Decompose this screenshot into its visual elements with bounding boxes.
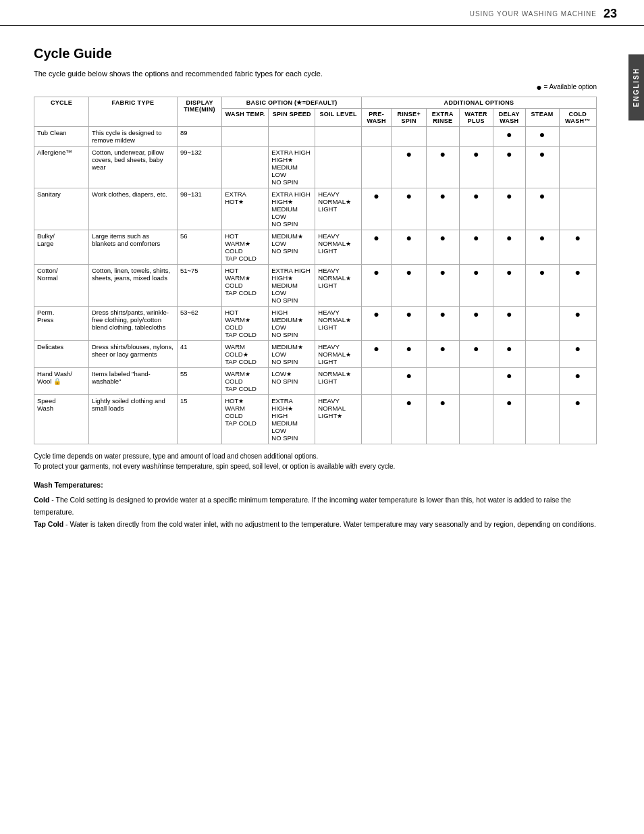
table-cell: Cotton, underwear, pillow covers, bed sh…	[88, 147, 177, 188]
bullet-cell: ●	[427, 341, 459, 368]
bullet-cell: ●	[459, 265, 493, 307]
bullet-cell	[525, 368, 559, 395]
bullet-cell: ●	[427, 265, 459, 307]
col-header-rinsespin: RINSE+ SPIN	[392, 109, 427, 127]
bullet-cell: ●	[459, 147, 493, 188]
bullet-cell	[459, 127, 493, 147]
bullet-cell	[361, 147, 391, 188]
table-cell: MEDIUM★LOWNO SPIN	[269, 341, 315, 368]
col-header-coldwash: COLD WASH™	[559, 109, 596, 127]
table-row: Cotton/NormalCotton, linen, towels, shir…	[34, 265, 597, 307]
table-cell: Bulky/Large	[34, 230, 89, 265]
page-number: 23	[603, 7, 617, 21]
table-cell: NORMAL★LIGHT	[315, 368, 362, 395]
tap-cold-description: Tap Cold - Water is taken directly from …	[34, 519, 597, 531]
bullet-cell: ●	[559, 230, 596, 265]
col-header-wash: WASH TEMP.	[222, 109, 269, 127]
table-cell: HEAVYNORMAL★LIGHT	[315, 341, 362, 368]
wash-temps-title: Wash Temperatures:	[34, 479, 597, 492]
bullet-cell: ●	[392, 188, 427, 230]
table-cell: Dress shirts/blouses, nylons, sheer or l…	[88, 341, 177, 368]
bullet-cell: ●	[427, 147, 459, 188]
bullet-cell: ●	[459, 341, 493, 368]
bullet-cell: ●	[559, 341, 596, 368]
cycle-table: CYCLE FABRIC TYPE DISPLAY TIME(MIN) BASI…	[34, 97, 597, 444]
table-cell: EXTRA HIGH★HIGHMEDIUMLOWNO SPIN	[269, 395, 315, 444]
bullet-cell: ●	[493, 127, 525, 147]
table-cell: HOTWARM★COLDTAP COLD	[222, 265, 269, 307]
bullet-cell: ●	[427, 395, 459, 444]
footer-note1: Cycle time depends on water pressure, ty…	[34, 451, 597, 461]
tap-cold-desc: - Water is taken directly from the cold …	[63, 520, 596, 528]
col-header-steam: STEAM	[525, 109, 559, 127]
table-cell: HOT★WARMCOLDTAP COLD	[222, 395, 269, 444]
tap-cold-term: Tap Cold	[34, 520, 63, 528]
main-content: Cycle Guide The cycle guide below shows …	[0, 26, 644, 550]
table-cell: HOTWARM★COLDTAP COLD	[222, 307, 269, 341]
footer-note2: To protect your garments, not every wash…	[34, 461, 597, 471]
col-header-soil: SOIL LEVEL	[315, 109, 362, 127]
sidebar-english: ENGLISH	[628, 54, 644, 120]
bullet-cell	[525, 307, 559, 341]
table-cell: WARM★COLDTAP COLD	[222, 368, 269, 395]
cold-description: Cold - The Cold setting is designed to p…	[34, 494, 597, 519]
page-title: Cycle Guide	[34, 46, 597, 61]
table-cell	[222, 147, 269, 188]
table-cell: HEAVYNORMAL★LIGHT	[315, 265, 362, 307]
bullet-cell: ●	[493, 368, 525, 395]
table-cell: Cotton/Normal	[34, 265, 89, 307]
legend-text: = Available option	[544, 83, 597, 90]
bullet-cell: ●	[392, 395, 427, 444]
intro-text: The cycle guide below shows the options …	[34, 70, 597, 78]
table-cell: Work clothes, diapers, etc.	[88, 188, 177, 230]
table-cell: EXTRA HIGHHIGH★MEDIUMLOWNO SPIN	[269, 147, 315, 188]
table-cell: Sanitary	[34, 188, 89, 230]
bullet-cell: ●	[493, 147, 525, 188]
legend: ● = Available option	[34, 82, 597, 93]
table-cell: SpeedWash	[34, 395, 89, 444]
col-header-cycle: CYCLE	[34, 97, 89, 127]
bullet-cell: ●	[361, 230, 391, 265]
display-time-cell: 99~132	[177, 147, 221, 188]
bullet-cell: ●	[525, 265, 559, 307]
table-cell: HOTWARM★COLDTAP COLD	[222, 230, 269, 265]
bullet-cell	[559, 188, 596, 230]
bullet-cell: ●	[525, 147, 559, 188]
bullet-cell: ●	[459, 230, 493, 265]
table-cell: EXTRA HIGHHIGH★MEDIUMLOWNO SPIN	[269, 188, 315, 230]
table-cell	[315, 147, 362, 188]
table-cell: WARMCOLD★TAP COLD	[222, 341, 269, 368]
col-header-extrarinse: EXTRA RINSE	[427, 109, 459, 127]
table-cell	[269, 127, 315, 147]
table-cell: Dress shirts/pants, wrinkle-free clothin…	[88, 307, 177, 341]
table-cell: Lightly soiled clothing and small loads	[88, 395, 177, 444]
bullet-cell: ●	[427, 307, 459, 341]
col-header-prewash: PRE-WASH	[361, 109, 391, 127]
bullet-cell: ●	[459, 188, 493, 230]
table-cell: HEAVYNORMAL★LIGHT	[315, 307, 362, 341]
bullet-cell: ●	[392, 147, 427, 188]
table-cell: Items labeled "hand-washable"	[88, 368, 177, 395]
bullet-cell: ●	[361, 307, 391, 341]
display-time-cell: 53~62	[177, 307, 221, 341]
bullet-cell	[459, 395, 493, 444]
table-cell: Hand Wash/Wool 🔒	[34, 368, 89, 395]
bullet-cell	[559, 127, 596, 147]
table-cell: HEAVYNORMAL★LIGHT	[315, 188, 362, 230]
bullet-cell: ●	[493, 265, 525, 307]
table-cell: Large items such as blankets and comfort…	[88, 230, 177, 265]
wash-temps-section: Wash Temperatures: Cold - The Cold setti…	[34, 479, 597, 530]
bullet-cell: ●	[525, 230, 559, 265]
table-row: Tub CleanThis cycle is designed to remov…	[34, 127, 597, 147]
display-time-cell: 89	[177, 127, 221, 147]
table-cell: LOW★NO SPIN	[269, 368, 315, 395]
bullet-cell: ●	[493, 230, 525, 265]
bullet-cell: ●	[559, 395, 596, 444]
col-header-delay: DELAY WASH	[493, 109, 525, 127]
bullet-cell: ●	[493, 307, 525, 341]
col-header-waterplus: WATER PLUS	[459, 109, 493, 127]
footer-notes: Cycle time depends on water pressure, ty…	[34, 451, 597, 471]
bullet-cell: ●	[493, 188, 525, 230]
bullet-cell	[392, 127, 427, 147]
bullet-cell: ●	[392, 265, 427, 307]
